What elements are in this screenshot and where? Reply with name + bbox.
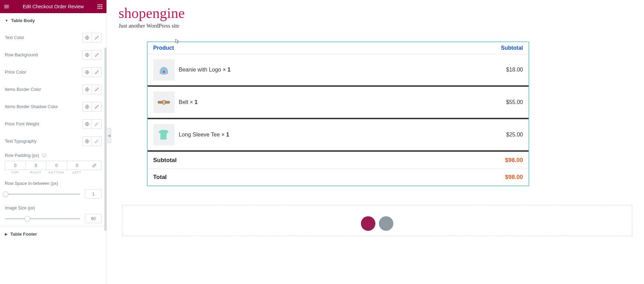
table-row: Belt × 1 $55.00 [148, 87, 529, 119]
svg-rect-1 [99, 4, 100, 5]
padding-right-input[interactable] [26, 161, 46, 170]
control-image-size: Image Size (px) [0, 201, 106, 226]
table-row: Long Sleeve Tee × 1 $25.00 [148, 119, 529, 152]
row-space-value-input[interactable] [85, 189, 102, 199]
line-price: $18.00 [506, 67, 523, 73]
section-table-footer: ▶ Table Footer [0, 226, 106, 242]
subtotal-row: Subtotal $98.00 [148, 152, 529, 169]
section-title: Table Body [11, 18, 35, 23]
label: Row Space In-between (px) [5, 181, 102, 186]
label: Items Border Color [5, 87, 82, 92]
label: Row Background [5, 53, 82, 57]
no-color-icon[interactable] [92, 85, 102, 94]
responsive-icon[interactable] [42, 153, 47, 158]
no-color-icon[interactable] [92, 102, 102, 112]
apps-icon[interactable] [97, 3, 103, 10]
site-tagline: Just another WordPress site [119, 23, 632, 29]
svg-rect-2 [101, 4, 102, 5]
padding-bottom-input[interactable] [46, 161, 67, 170]
subtotal-label: Subtotal [153, 157, 177, 164]
add-template-button[interactable] [379, 216, 393, 231]
svg-rect-3 [97, 6, 99, 7]
no-color-icon[interactable] [92, 50, 102, 60]
product-image [153, 59, 175, 81]
label: Price Color [5, 70, 82, 75]
svg-rect-4 [99, 6, 100, 7]
label: Text Color [5, 35, 82, 40]
image-size-slider[interactable] [5, 218, 80, 219]
edit-icon[interactable] [92, 119, 102, 129]
line-price: $25.00 [506, 132, 523, 138]
svg-rect-26 [43, 154, 46, 157]
order-table-header: Product Subtotal [148, 42, 529, 54]
control-text-typography: Text Typography [0, 132, 106, 149]
control-text-color: Text Color [0, 28, 106, 45]
product-image [153, 92, 175, 113]
svg-point-28 [163, 71, 165, 73]
editor-sidebar: Edit Checkout Order Review ▼ Table Body … [0, 0, 107, 284]
control-row-space: Row Space In-between (px) [0, 177, 106, 201]
label: Items Border Shadow Color [5, 104, 82, 109]
globe-icon[interactable] [82, 33, 92, 42]
slider-thumb[interactable] [25, 216, 30, 221]
line-price: $55.00 [506, 99, 523, 105]
control-items-border-shadow-color: Items Border Shadow Color [0, 97, 106, 114]
globe-icon[interactable] [82, 136, 92, 146]
label: Row Padding (px) [5, 153, 39, 158]
globe-icon[interactable] [82, 67, 92, 77]
label: Text Typography [5, 139, 82, 144]
label: Image Size (px) [5, 206, 102, 210]
subtotal-value: $98.00 [505, 157, 523, 164]
link-values-button[interactable] [87, 161, 102, 170]
col-subtotal: Subtotal [501, 45, 523, 51]
section-header-table-footer[interactable]: ▶ Table Footer [0, 227, 106, 242]
control-row-padding-label: Row Padding (px) [0, 149, 106, 159]
control-row-background: Row Background [0, 45, 106, 63]
image-size-value-input[interactable] [85, 214, 102, 223]
sidebar-header: Edit Checkout Order Review [0, 0, 106, 13]
add-section-controls [361, 216, 393, 231]
no-color-icon[interactable] [92, 33, 102, 42]
product-name: Beanie with Logo × 1 [179, 67, 502, 73]
globe-icon[interactable] [82, 85, 92, 94]
caret-right-icon: ▶ [5, 232, 8, 236]
svg-rect-30 [162, 100, 165, 104]
padding-top-input[interactable] [5, 161, 26, 170]
svg-rect-7 [99, 8, 100, 9]
preview-canvas: shopengine Just another WordPress site P… [107, 0, 644, 284]
svg-rect-0 [97, 4, 99, 5]
label: Price Font Weight [5, 122, 82, 126]
sidebar-scroll[interactable]: ▼ Table Body Text Color Row Background [0, 13, 106, 284]
padding-inputs [0, 159, 106, 170]
menu-icon[interactable] [3, 3, 10, 10]
padding-left-input[interactable] [67, 161, 87, 170]
section-table-body: ▼ Table Body Text Color Row Background [0, 13, 106, 226]
panel-collapse-handle[interactable]: ◀ [106, 128, 111, 143]
product-image [153, 124, 175, 145]
svg-rect-5 [101, 6, 102, 7]
globe-icon[interactable] [82, 119, 92, 129]
product-name: Long Sleeve Tee × 1 [179, 132, 502, 138]
section-title: Table Footer [10, 231, 37, 237]
total-label: Total [153, 174, 167, 181]
control-price-font-weight: Price Font Weight [0, 114, 106, 132]
row-space-slider[interactable] [5, 193, 80, 195]
slider-thumb[interactable] [3, 191, 8, 197]
total-row: Total $98.00 [148, 169, 529, 186]
no-color-icon[interactable] [92, 67, 102, 77]
section-header-table-body[interactable]: ▼ Table Body [0, 13, 106, 28]
globe-icon[interactable] [82, 50, 92, 60]
padding-labels: TOP RIGHT BOTTOM LEFT [0, 170, 106, 177]
control-items-border-color: Items Border Color [0, 80, 106, 97]
svg-rect-8 [101, 8, 102, 9]
product-name: Belt × 1 [179, 99, 502, 105]
add-section-button[interactable] [361, 216, 375, 231]
site-title[interactable]: shopengine [119, 5, 632, 21]
section-dropzone[interactable] [122, 205, 632, 236]
edit-icon[interactable] [92, 136, 102, 146]
control-price-color: Price Color [0, 63, 106, 80]
globe-icon[interactable] [82, 102, 92, 112]
sidebar-title: Edit Checkout Order Review [23, 4, 84, 9]
cursor-pointer-icon [175, 39, 180, 44]
col-product: Product [153, 45, 174, 51]
